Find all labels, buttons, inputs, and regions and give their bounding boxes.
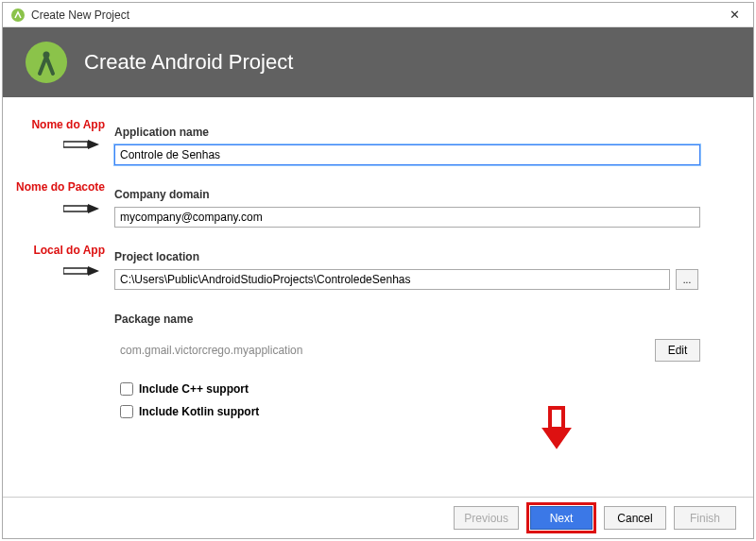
application-name-input[interactable] [114,144,700,165]
dialog-window: Create New Project ✕ Create Android Proj… [2,2,754,539]
finish-button[interactable]: Finish [674,506,736,530]
next-button[interactable]: Next [530,506,593,530]
annotation-app-location: Local do App [14,244,105,257]
include-cpp-label: Include C++ support [139,382,249,396]
field-project-location: Project location ... [114,250,708,290]
wizard-content: Nome do App Nome do Pacote Local do App … [3,97,753,497]
wizard-footer: Previous Next Cancel Finish [3,497,753,538]
svg-point-1 [26,42,67,83]
annotation-arrow-icon [63,265,99,279]
annotation-arrow-down-icon [538,406,576,449]
include-kotlin-label: Include Kotlin support [139,405,259,418]
annotation-arrow-icon [63,139,99,152]
project-location-input[interactable] [114,269,670,290]
svg-rect-5 [63,268,88,274]
field-application-name: Application name [114,126,708,165]
window-title: Create New Project [31,8,724,22]
include-kotlin-checkbox[interactable] [120,405,133,418]
wizard-heading: Create Android Project [84,50,293,75]
package-name-label: Package name [114,313,708,326]
browse-button[interactable]: ... [676,269,698,290]
edit-package-button[interactable]: Edit [655,339,700,362]
cancel-button[interactable]: Cancel [604,506,666,530]
close-icon[interactable]: ✕ [724,8,746,22]
android-studio-logo-icon [24,40,69,85]
previous-button[interactable]: Previous [454,506,519,530]
annotation-next-highlight: Next [526,502,596,533]
annotation-package-name: Nome do Pacote [14,180,105,194]
android-studio-icon [10,8,26,23]
svg-rect-6 [550,408,563,429]
svg-point-2 [43,52,50,59]
application-name-label: Application name [114,126,708,139]
company-domain-label: Company domain [114,188,708,201]
svg-point-0 [11,8,25,22]
titlebar: Create New Project ✕ [3,3,753,27]
include-cpp-checkbox[interactable] [120,382,133,396]
field-package-name: Package name com.gmail.victorcrego.myapp… [114,313,708,362]
package-name-value: com.gmail.victorcrego.myapplication [114,344,302,357]
svg-rect-3 [63,142,88,147]
wizard-header: Create Android Project [3,27,753,97]
support-options: Include C++ support Include Kotlin suppo… [114,382,708,418]
annotation-app-name: Nome do App [14,118,105,131]
annotation-arrow-icon [63,203,99,216]
company-domain-input[interactable] [114,207,700,228]
project-location-label: Project location [114,250,708,263]
field-company-domain: Company domain [114,188,708,228]
svg-rect-4 [63,206,88,211]
